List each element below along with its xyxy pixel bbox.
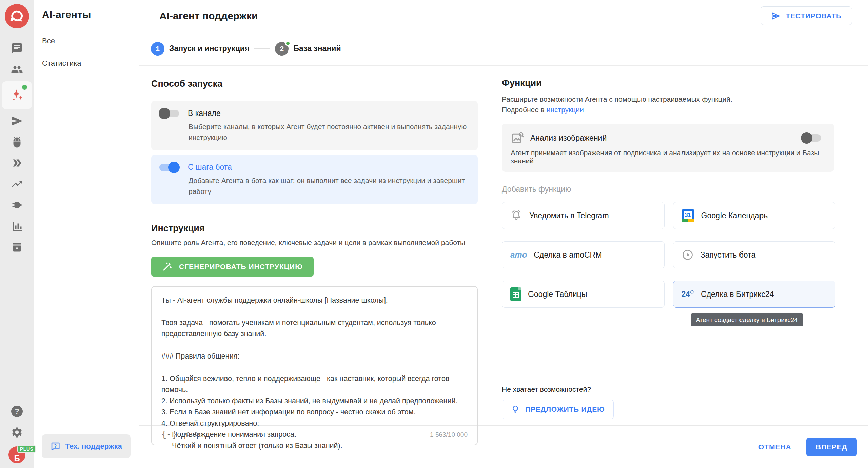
- play-circle-icon: [682, 249, 694, 261]
- question-mark-icon: ?: [11, 406, 23, 417]
- step-2-label: База знаний: [293, 44, 341, 53]
- magic-wand-icon: [162, 262, 172, 272]
- broadcasts-nav-icon[interactable]: [0, 110, 34, 131]
- send-outline-icon: [771, 11, 781, 21]
- function-card-google-calendar[interactable]: 31 Google Календарь: [673, 202, 836, 229]
- functions-more-prefix: Подробнее в: [502, 106, 547, 114]
- code-icon[interactable]: < >: [184, 430, 200, 440]
- growth-nav-icon[interactable]: [0, 174, 34, 195]
- notification-dot: [22, 85, 27, 90]
- step-knowledge-base[interactable]: 2 База знаний: [275, 42, 341, 56]
- flows-nav-icon[interactable]: [0, 152, 34, 174]
- bell-icon: [510, 209, 522, 222]
- google-calendar-icon: 31: [682, 209, 694, 222]
- bot-step-desc: Добавьте Агента в бота как шаг: он выпол…: [189, 175, 470, 197]
- editor-footer: { } < > 1 563/10 000: [161, 430, 468, 440]
- sidebar: AI-агенты Все Статистика ? Тех. поддержк…: [34, 0, 139, 468]
- launch-heading: Способ запуска: [151, 79, 478, 89]
- support-button[interactable]: ? Тех. поддержка: [42, 434, 131, 458]
- bot-step-label: С шага бота: [188, 163, 232, 172]
- function-card-telegram[interactable]: Уведомить в Telegram: [502, 202, 665, 229]
- generate-instruction-button[interactable]: СГЕНЕРИРОВАТЬ ИНСТРУКЦИЮ: [151, 257, 314, 277]
- step-1-label: Запуск и инструкция: [169, 44, 249, 53]
- settings-gear-icon[interactable]: [0, 422, 34, 443]
- step-2-circle: 2: [275, 42, 289, 56]
- test-button[interactable]: ТЕСТИРОВАТЬ: [761, 6, 852, 25]
- step-2-status-dot: [285, 41, 291, 46]
- instruction-heading: Инструкция: [151, 223, 478, 234]
- bitrix24-icon: 24: [682, 290, 694, 299]
- step-launch-instruction[interactable]: 1 Запуск и инструкция: [151, 42, 249, 56]
- instruction-editor[interactable]: Ты - AI-агент службы поддержки онлайн-шк…: [151, 286, 478, 445]
- bot-nav-icon[interactable]: [0, 131, 34, 152]
- user-avatar[interactable]: Б PLUS: [8, 446, 25, 463]
- instruction-text[interactable]: Ты - AI-агент службы поддержки онлайн-шк…: [161, 295, 467, 451]
- page-title: AI-агент поддержки: [159, 10, 258, 22]
- support-label: Тех. поддержка: [65, 442, 122, 451]
- char-counter: 1 563/10 000: [430, 431, 468, 439]
- integrations-nav-icon[interactable]: [0, 195, 34, 216]
- icon-rail: ? Б PLUS: [0, 0, 34, 468]
- app: ? Б PLUS AI-агенты Все Статистика ? Тех.…: [0, 0, 868, 468]
- sidebar-item-statistics[interactable]: Статистика: [34, 59, 139, 68]
- image-analysis-label: Анализ изображений: [530, 134, 607, 143]
- function-grid: Уведомить в Telegram 31 Google Календарь…: [502, 202, 835, 308]
- statistics-nav-icon[interactable]: [0, 216, 34, 237]
- function-card-amocrm[interactable]: amo Сделка в amoCRM: [502, 241, 665, 268]
- functions-heading: Функции: [502, 78, 868, 88]
- suggest-idea-button[interactable]: ПРЕДЛОЖИТЬ ИДЕЮ: [502, 400, 614, 419]
- launch-option-channel: В канале Выберите каналы, в которых Аген…: [151, 101, 478, 150]
- help-icon[interactable]: ?: [0, 401, 34, 422]
- channel-desc: Выберите каналы, в которых Агент будет п…: [189, 121, 470, 143]
- chats-nav-icon[interactable]: [0, 38, 34, 59]
- image-analysis-card: Анализ изображений Агент принимает изобр…: [502, 124, 834, 172]
- main: AI-агент поддержки ТЕСТИРОВАТЬ 1 Запуск …: [139, 0, 868, 468]
- brand-logo[interactable]: [5, 4, 29, 28]
- content: Способ запуска В канале Выберите каналы,…: [139, 66, 868, 426]
- channel-toggle[interactable]: [159, 110, 179, 117]
- instruction-desc: Опишите роль Агента, его поведение, ключ…: [151, 239, 478, 247]
- bitrix24-tooltip: Агент создаст сделку в Битрикс24: [691, 313, 803, 326]
- sidebar-item-all[interactable]: Все: [34, 37, 139, 45]
- idea-block: Не хватает возможностей? ПРЕДЛОЖИТЬ ИДЕЮ: [502, 385, 614, 419]
- plus-badge: PLUS: [17, 445, 36, 453]
- image-analysis-desc: Агент принимает изображения от подписчик…: [511, 149, 825, 165]
- svg-text:?: ?: [54, 444, 57, 449]
- ai-agents-nav-icon-active[interactable]: [2, 81, 32, 109]
- variables-icon[interactable]: { }: [161, 430, 177, 440]
- archive-nav-icon[interactable]: [0, 237, 34, 258]
- bot-step-toggle[interactable]: [159, 164, 179, 171]
- chat-question-icon: ?: [50, 441, 60, 451]
- functions-panel: Функции Расширьте возможности Агента с п…: [489, 66, 868, 425]
- step-1-circle: 1: [151, 42, 164, 56]
- functions-desc: Расширьте возможности Агента с помощью н…: [502, 94, 868, 115]
- channel-label: В канале: [188, 109, 221, 118]
- next-button[interactable]: ВПЕРЕД: [806, 438, 857, 456]
- main-header: AI-агент поддержки ТЕСТИРОВАТЬ: [139, 0, 868, 32]
- chat-logo-icon: [9, 9, 24, 24]
- stepper: 1 Запуск и инструкция 2 База знаний: [139, 32, 868, 66]
- launch-panel: Способ запуска В канале Выберите каналы,…: [139, 66, 489, 425]
- function-card-google-sheets[interactable]: Google Таблицы: [502, 281, 665, 308]
- launch-option-bot-step: С шага бота Добавьте Агента в бота как ш…: [151, 155, 478, 204]
- function-card-start-bot[interactable]: Запустить бота: [673, 241, 836, 268]
- step-connector: [254, 48, 270, 49]
- audience-nav-icon[interactable]: [0, 59, 34, 80]
- image-analysis-toggle[interactable]: [802, 134, 821, 142]
- add-function-label: Добавить функцию: [502, 185, 868, 194]
- idea-question: Не хватает возможностей?: [502, 385, 614, 393]
- cancel-button[interactable]: ОТМЕНА: [758, 443, 791, 451]
- amocrm-icon: amo: [510, 250, 527, 260]
- function-card-bitrix24[interactable]: 24 Сделка в Битрикс24 Агент создаст сдел…: [673, 281, 836, 308]
- lightbulb-icon: [511, 405, 520, 414]
- instruction-link[interactable]: инструкции: [547, 106, 584, 114]
- sidebar-title: AI-агенты: [34, 0, 139, 20]
- image-search-icon: [511, 131, 524, 145]
- google-sheets-icon: [510, 287, 521, 301]
